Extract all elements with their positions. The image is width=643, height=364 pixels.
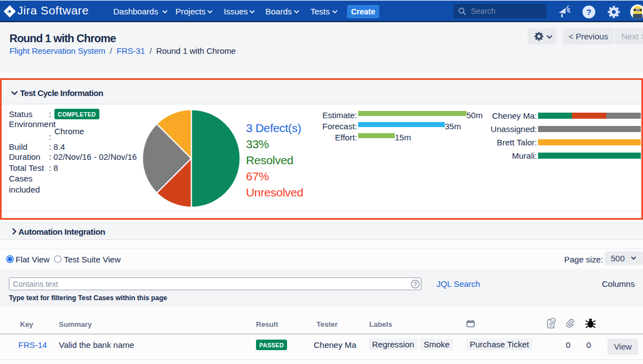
svg-text:?: ? bbox=[414, 281, 417, 287]
svg-text:?: ? bbox=[586, 7, 591, 17]
